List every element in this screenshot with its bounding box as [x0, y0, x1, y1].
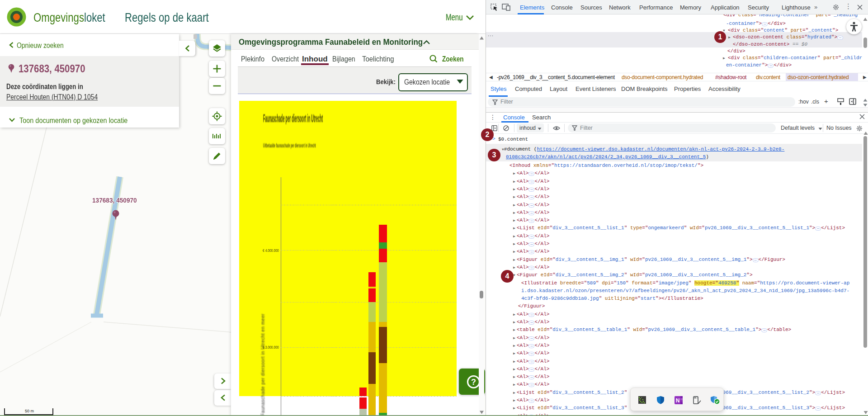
svg-text:N: N	[676, 397, 680, 404]
svg-text:?: ?	[471, 378, 476, 387]
svg-text:50 m: 50 m	[25, 409, 34, 413]
